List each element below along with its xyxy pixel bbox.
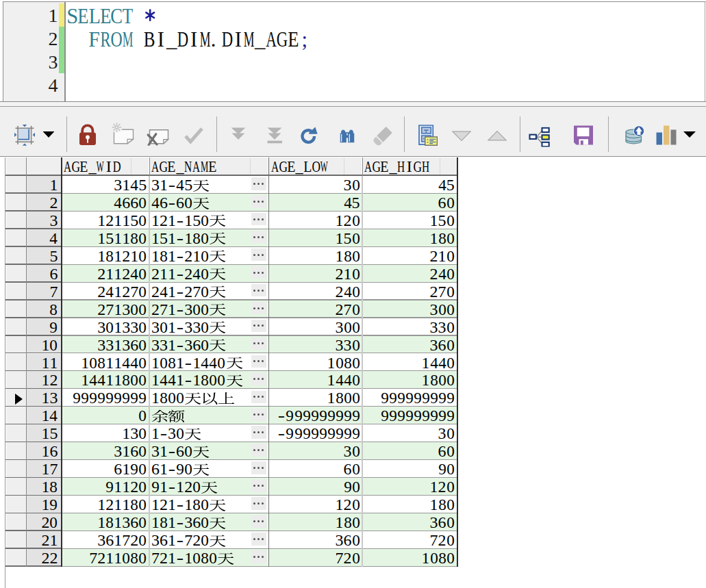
- row-number-header[interactable]: [27, 157, 61, 175]
- cell-age-low[interactable]: 1080: [269, 354, 362, 372]
- cell-age-name[interactable]: 46-60: [150, 194, 268, 212]
- cell-ellipsis-button[interactable]: [251, 426, 266, 438]
- delete-record-button[interactable]: [147, 113, 170, 162]
- cell-ellipsis-button[interactable]: [251, 355, 266, 368]
- cell-age-low[interactable]: 120: [269, 496, 362, 513]
- cell-ellipsis-button[interactable]: [251, 177, 266, 190]
- row-number-cell[interactable]: 9: [27, 318, 61, 336]
- next-record-button[interactable]: [488, 111, 507, 160]
- cell-age-wid[interactable]: 181360: [62, 513, 149, 531]
- cell-ellipsis-button[interactable]: [251, 479, 266, 491]
- cell-age-name[interactable]: 121-150: [150, 212, 268, 229]
- cell-age-high[interactable]: 360: [363, 513, 457, 531]
- cell-age-high[interactable]: 180: [363, 229, 457, 247]
- cell-age-name[interactable]: 91-120: [150, 478, 268, 496]
- row-number-cell[interactable]: 1: [27, 176, 61, 194]
- cell-age-wid[interactable]: 151180: [62, 229, 149, 247]
- cell-age-low[interactable]: 180: [269, 247, 362, 265]
- editor-line[interactable]: 4: [0, 75, 706, 98]
- insert-record-button[interactable]: [111, 110, 134, 159]
- cell-age-wid[interactable]: 999999999: [62, 389, 149, 407]
- sql-editor[interactable]: 1SELECT 2 FROM BI_DIM.DIM_AGE;34: [0, 0, 706, 102]
- cell-age-wid[interactable]: 0: [62, 407, 149, 424]
- cell-age-name[interactable]: 211-240: [150, 265, 268, 283]
- cell-age-name[interactable]: 31-45: [150, 176, 268, 194]
- cell-age-wid[interactable]: 7211080: [62, 549, 149, 567]
- row-number-cell[interactable]: 14: [27, 407, 61, 424]
- cell-ellipsis-button[interactable]: [251, 231, 266, 243]
- cell-age-high[interactable]: 1800: [363, 371, 457, 389]
- cell-age-wid[interactable]: 6190: [62, 460, 149, 478]
- cell-age-name[interactable]: 1800: [150, 389, 268, 407]
- cell-age-high[interactable]: 150: [363, 212, 457, 229]
- chart-button[interactable]: [656, 110, 677, 159]
- cell-age-low[interactable]: 150: [269, 229, 362, 247]
- cell-age-low[interactable]: 270: [269, 301, 362, 318]
- cell-age-high[interactable]: 270: [363, 283, 457, 301]
- fetch-next-button[interactable]: [231, 111, 246, 160]
- cell-age-low[interactable]: -999999999: [269, 407, 362, 424]
- cell-age-name[interactable]: 151-180: [150, 229, 268, 247]
- cell-age-name[interactable]: [150, 407, 268, 424]
- cell-age-wid[interactable]: 3145: [62, 176, 149, 194]
- editor-line[interactable]: 3: [0, 51, 706, 75]
- editor-line[interactable]: 1SELECT: [0, 5, 706, 28]
- row-number-cell[interactable]: 6: [27, 265, 61, 283]
- dropdown-caret-button[interactable]: [42, 110, 54, 159]
- editor-line[interactable]: 2 FROM BI_DIM.DIM_AGE;: [0, 28, 706, 51]
- cell-ellipsis-button[interactable]: [251, 266, 266, 279]
- row-number-cell[interactable]: 18: [27, 478, 61, 496]
- single-record-view-button[interactable]: [418, 111, 438, 160]
- cell-age-high[interactable]: 30: [363, 424, 457, 442]
- cell-ellipsis-button[interactable]: [251, 497, 266, 509]
- cell-age-name[interactable]: 181-210: [150, 247, 268, 265]
- cell-age-low[interactable]: 1800: [269, 389, 362, 407]
- row-number-cell[interactable]: 15: [27, 424, 61, 442]
- chart-caret-button[interactable]: [683, 110, 696, 159]
- cell-age-high[interactable]: 1080: [363, 549, 457, 567]
- row-number-cell[interactable]: 4: [27, 229, 61, 247]
- cell-age-low[interactable]: 90: [269, 478, 362, 496]
- cell-age-low[interactable]: 360: [269, 531, 362, 549]
- cell-age-high[interactable]: 180: [363, 496, 457, 513]
- cell-ellipsis-button[interactable]: [251, 302, 266, 314]
- master-detail-button[interactable]: [529, 112, 551, 162]
- row-number-cell[interactable]: 12: [27, 371, 61, 389]
- cell-ellipsis-button[interactable]: [251, 391, 266, 403]
- cell-age-low[interactable]: 45: [269, 194, 362, 212]
- row-number-cell[interactable]: 19: [27, 496, 61, 513]
- cell-ellipsis-button[interactable]: [251, 550, 266, 563]
- find-button[interactable]: [340, 112, 354, 161]
- cell-age-low[interactable]: -999999999: [269, 424, 362, 442]
- cell-age-wid[interactable]: 121150: [62, 212, 149, 229]
- cell-age-low[interactable]: 30: [269, 176, 362, 194]
- refresh-button[interactable]: [301, 112, 318, 161]
- cell-age-high[interactable]: 60: [363, 194, 457, 212]
- cell-age-low[interactable]: 720: [269, 549, 362, 567]
- cell-age-wid[interactable]: 10811440: [62, 354, 149, 372]
- row-number-cell[interactable]: 17: [27, 460, 61, 478]
- cell-age-high[interactable]: 360: [363, 336, 457, 354]
- cell-age-high[interactable]: 120: [363, 478, 457, 496]
- cell-age-wid[interactable]: 241270: [62, 283, 149, 301]
- cell-age-name[interactable]: 271-300: [150, 301, 268, 318]
- cell-age-wid[interactable]: 4660: [62, 194, 149, 212]
- cell-age-high[interactable]: 999999999: [363, 407, 457, 424]
- row-indicator-header[interactable]: [6, 157, 26, 175]
- cell-ellipsis-button[interactable]: [251, 320, 266, 332]
- cell-ellipsis-button[interactable]: [251, 195, 266, 207]
- cell-age-name[interactable]: 31-60: [150, 442, 268, 460]
- cell-age-low[interactable]: 240: [269, 283, 362, 301]
- cell-ellipsis-button[interactable]: [251, 213, 266, 225]
- cell-ellipsis-button[interactable]: [251, 515, 266, 527]
- cell-age-wid[interactable]: 331360: [62, 336, 149, 354]
- cell-age-high[interactable]: 240: [363, 265, 457, 283]
- cell-age-wid[interactable]: 361720: [62, 531, 149, 549]
- cell-ellipsis-button[interactable]: [251, 248, 266, 261]
- cell-age-name[interactable]: 241-270: [150, 283, 268, 301]
- cell-age-wid[interactable]: 301330: [62, 318, 149, 336]
- cell-age-name[interactable]: 1-30: [150, 424, 268, 442]
- fetch-all-button[interactable]: [267, 111, 282, 160]
- post-changes-button[interactable]: [184, 112, 203, 161]
- row-number-cell[interactable]: 2: [27, 194, 61, 212]
